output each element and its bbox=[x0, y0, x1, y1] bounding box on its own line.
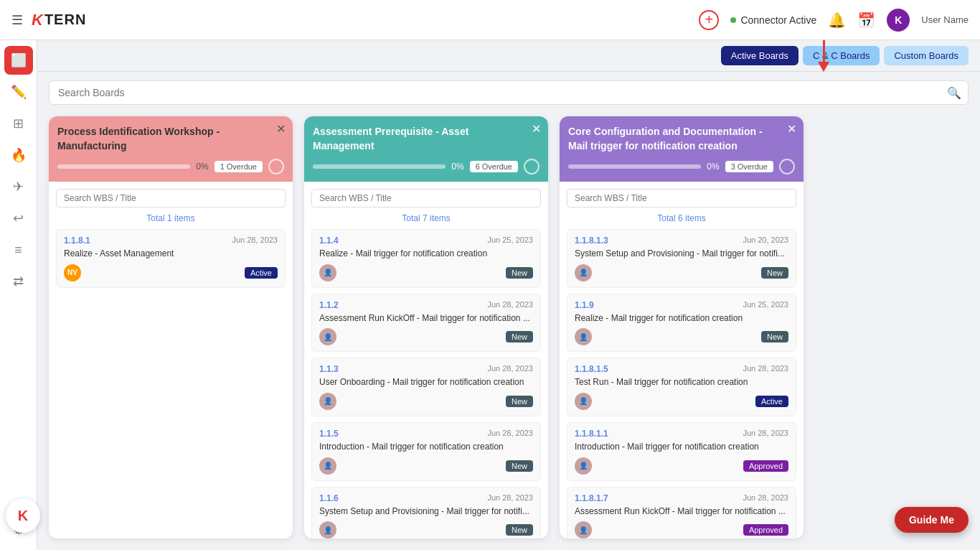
logo: K TERN bbox=[32, 11, 86, 29]
overdue-badge: 1 Overdue bbox=[215, 161, 263, 172]
avatar: 👤 bbox=[575, 521, 592, 539]
avatar: 👤 bbox=[319, 328, 336, 345]
avatar: 👤 bbox=[319, 393, 336, 410]
task-header: 1.1.8.1.5 Jun 28, 2023 bbox=[575, 364, 788, 374]
avatar[interactable]: K bbox=[887, 9, 910, 32]
close-button[interactable]: ✕ bbox=[276, 122, 286, 136]
progress-row: 0% 3 Overdue bbox=[568, 159, 795, 174]
search-icon: 🔍 bbox=[947, 86, 961, 100]
avatar: 👤 bbox=[319, 457, 336, 475]
task-wbs: 1.1.3 bbox=[319, 364, 339, 374]
toolbar: Active Boards C & C Boards Custom Boards bbox=[37, 40, 980, 72]
task-header: 1.1.6 Jun 28, 2023 bbox=[319, 493, 533, 503]
status-badge: New bbox=[506, 524, 533, 536]
board-body: Total 6 items 1.1.8.1.3 Jun 20, 2023 Sys… bbox=[560, 182, 804, 539]
board-header: Process Identification Workshop - Manufa… bbox=[49, 116, 293, 182]
task-date: Jun 28, 2023 bbox=[487, 364, 533, 374]
task-item[interactable]: 1.1.5 Jun 28, 2023 Introduction - Mail t… bbox=[311, 422, 541, 481]
sidebar-item-return[interactable]: ↩ bbox=[4, 204, 33, 233]
task-item[interactable]: 1.1.8.1.1 Jun 28, 2023 Introduction - Ma… bbox=[567, 422, 796, 481]
task-date: Jun 28, 2023 bbox=[487, 300, 533, 310]
task-item[interactable]: 1.1.3 Jun 28, 2023 User Onboarding - Mai… bbox=[311, 358, 541, 416]
task-date: Jun 28, 2023 bbox=[232, 236, 278, 246]
sidebar-item-grid[interactable]: ⊞ bbox=[4, 109, 33, 138]
task-header: 1.1.8.1.7 Jun 28, 2023 bbox=[575, 493, 788, 503]
progress-percent: 0% bbox=[451, 162, 463, 172]
user-name: User Name bbox=[921, 14, 969, 25]
task-title: Introduction - Mail trigger for notifica… bbox=[575, 442, 788, 453]
task-item[interactable]: 1.1.9 Jun 25, 2023 Realize - Mail trigge… bbox=[567, 294, 796, 353]
task-item[interactable]: 1.1.4 Jun 25, 2023 Realize - Mail trigge… bbox=[311, 229, 541, 288]
circle-button[interactable] bbox=[779, 159, 795, 174]
arrow-head bbox=[818, 62, 829, 72]
task-item[interactable]: 1.1.2 Jun 28, 2023 Assessment Run KickOf… bbox=[311, 294, 541, 353]
sidebar-item-home[interactable]: ⬜ bbox=[4, 46, 33, 75]
board-search-input[interactable] bbox=[567, 189, 796, 208]
task-header: 1.1.9 Jun 25, 2023 bbox=[575, 300, 788, 310]
k-widget[interactable]: K bbox=[6, 498, 40, 533]
add-button[interactable]: + bbox=[699, 10, 719, 30]
avatar: 👤 bbox=[575, 393, 592, 410]
task-item[interactable]: 1.1.8.1 Jun 28, 2023 Realize - Asset Man… bbox=[56, 229, 286, 288]
avatar: 👤 bbox=[575, 264, 592, 281]
task-footer: 👤 Active bbox=[575, 393, 788, 410]
progress-row: 0% 6 Overdue bbox=[313, 159, 540, 174]
calendar-icon[interactable]: 📅 bbox=[857, 11, 875, 29]
task-item[interactable]: 1.1.8.1.5 Jun 28, 2023 Test Run - Mail t… bbox=[567, 358, 796, 416]
sidebar-item-shuffle[interactable]: ⇄ bbox=[4, 267, 33, 296]
task-wbs: 1.1.9 bbox=[575, 300, 594, 310]
status-badge: Active bbox=[755, 396, 788, 407]
close-button[interactable]: ✕ bbox=[787, 122, 796, 136]
board-search-input[interactable] bbox=[311, 189, 541, 208]
task-wbs: 1.1.8.1.7 bbox=[575, 493, 608, 503]
task-header: 1.1.3 Jun 28, 2023 bbox=[319, 364, 533, 374]
task-item[interactable]: 1.1.8.1.7 Jun 28, 2023 Assessment Run Ki… bbox=[567, 487, 796, 539]
progress-row: 0% 1 Overdue bbox=[57, 159, 284, 174]
sidebar-item-edit[interactable]: ✏️ bbox=[4, 78, 33, 106]
notification-icon[interactable]: 🔔 bbox=[828, 11, 846, 29]
board-title: Assessment Prerequisite - Asset Manageme… bbox=[313, 125, 540, 153]
sidebar-item-fire[interactable]: 🔥 bbox=[4, 141, 33, 169]
status-badge: New bbox=[761, 267, 788, 279]
overdue-badge: 3 Overdue bbox=[725, 161, 773, 172]
task-wbs: 1.1.6 bbox=[319, 493, 339, 503]
task-footer: 👤 Approved bbox=[575, 521, 788, 539]
sidebar: ⬜ ✏️ ⊞ 🔥 ✈ ↩ ≡ ⇄ ⚙ bbox=[0, 40, 37, 550]
task-title: Assessment Run KickOff - Mail trigger fo… bbox=[575, 506, 788, 518]
status-badge: Active bbox=[245, 267, 278, 279]
menu-icon[interactable]: ☰ bbox=[11, 12, 23, 28]
task-header: 1.1.8.1.1 Jun 28, 2023 bbox=[575, 429, 788, 439]
task-date: Jun 28, 2023 bbox=[743, 429, 788, 439]
logo-k: K bbox=[32, 11, 43, 29]
cc-boards-tab[interactable]: C & C Boards bbox=[803, 46, 880, 65]
status-badge: Approved bbox=[743, 524, 788, 536]
guide-me-button[interactable]: Guide Me bbox=[895, 507, 969, 533]
task-date: Jun 28, 2023 bbox=[743, 364, 788, 374]
search-input[interactable] bbox=[49, 80, 969, 105]
task-title: System Setup and Provisioning - Mail tri… bbox=[575, 248, 788, 260]
task-wbs: 1.1.8.1.5 bbox=[575, 364, 608, 374]
close-button[interactable]: ✕ bbox=[532, 122, 541, 136]
arrow-line bbox=[823, 40, 825, 62]
circle-button[interactable] bbox=[524, 159, 540, 174]
header: ☰ K TERN + Connector Active 🔔 📅 K User N… bbox=[0, 0, 980, 40]
task-date: Jun 25, 2023 bbox=[743, 300, 788, 310]
board-card: Core Configuration and Documentation - M… bbox=[560, 116, 804, 539]
progress-bar bbox=[313, 164, 446, 169]
circle-button[interactable] bbox=[268, 159, 284, 174]
sidebar-item-send[interactable]: ✈ bbox=[4, 172, 33, 201]
progress-percent: 0% bbox=[196, 162, 208, 172]
task-item[interactable]: 1.1.6 Jun 28, 2023 System Setup and Prov… bbox=[311, 487, 541, 539]
custom-boards-tab[interactable]: Custom Boards bbox=[884, 46, 969, 65]
task-wbs: 1.1.4 bbox=[319, 236, 339, 246]
active-boards-tab[interactable]: Active Boards bbox=[721, 46, 798, 65]
task-item[interactable]: 1.1.8.1.3 Jun 20, 2023 System Setup and … bbox=[567, 229, 796, 288]
task-date: Jun 20, 2023 bbox=[743, 236, 788, 246]
board-header: Assessment Prerequisite - Asset Manageme… bbox=[304, 116, 548, 182]
connector-status: Connector Active bbox=[730, 14, 816, 26]
sidebar-item-list[interactable]: ≡ bbox=[4, 236, 33, 264]
status-badge: New bbox=[506, 267, 533, 279]
task-footer: 👤 New bbox=[319, 457, 533, 475]
task-title: Realize - Asset Management bbox=[64, 248, 278, 260]
board-search-input[interactable] bbox=[56, 189, 286, 208]
